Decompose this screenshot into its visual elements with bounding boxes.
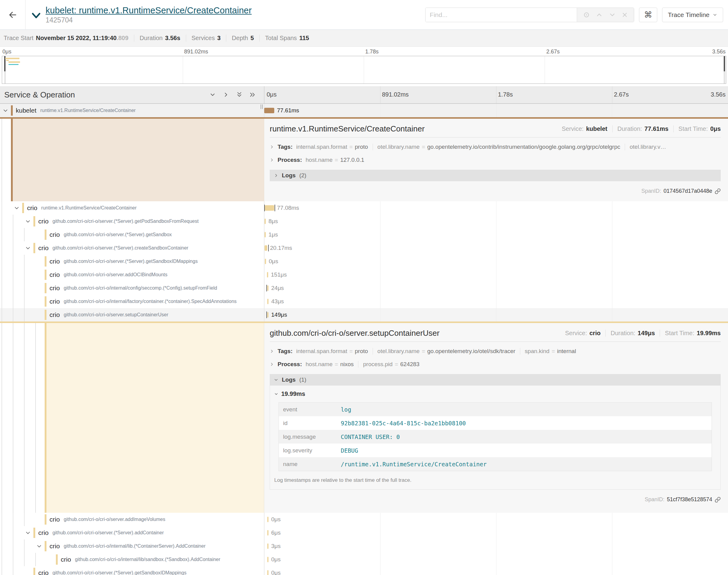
tags-section[interactable]: Tags: internal.span.format=protootel.lib… [270, 144, 721, 150]
span-row[interactable]: crio github.com/cri-o/cri-o/internal/lib… [0, 553, 728, 566]
back-button[interactable] [0, 0, 26, 30]
span-row[interactable]: crio github.com/cri-o/cri-o/internal/fac… [0, 295, 728, 308]
span-row-timeline-cell[interactable]: 77.61ms [264, 104, 728, 117]
keyboard-shortcuts-button[interactable]: ⌘ [639, 8, 657, 22]
process-section[interactable]: Process: host.name=nixosprocess.pid=6242… [270, 361, 721, 368]
span-row-timeline-cell[interactable]: 149μs [264, 308, 728, 322]
span-duration-bar[interactable] [267, 543, 268, 549]
span-row-timeline-cell[interactable]: 151μs [264, 268, 728, 281]
collapse-header-button[interactable] [31, 12, 41, 20]
span-row-name-cell[interactable]: crio github.com/cri-o/cri-o/server.(*Ser… [0, 241, 264, 255]
span-row-name-cell[interactable]: crio github.com/cri-o/cri-o/server.(*Ser… [0, 526, 264, 539]
row-expand-chevron[interactable] [14, 205, 20, 211]
column-resizer-grip[interactable] [261, 104, 264, 109]
minimap-canvas[interactable] [2, 56, 726, 84]
link-icon[interactable] [715, 497, 721, 503]
span-row-name-cell[interactable]: crio github.com/cri-o/cri-o/server.(*Ser… [0, 215, 264, 228]
trace-title-link[interactable]: kubelet: runtime.v1.RuntimeService/Creat… [45, 5, 252, 15]
span-row[interactable]: crio github.com/cri-o/cri-o/server.(*Ser… [0, 228, 728, 241]
span-duration-bar[interactable] [265, 205, 274, 211]
span-row[interactable]: crio github.com/cri-o/cri-o/server.(*Ser… [0, 255, 728, 268]
span-row-timeline-cell[interactable]: 6μs [264, 526, 728, 539]
link-icon[interactable] [715, 188, 721, 194]
span-duration-bar[interactable] [265, 259, 266, 264]
span-id-row: SpanID: 0174567d17a0448e [270, 188, 721, 194]
span-row-name-cell[interactable]: crio runtime.v1.RuntimeService/CreateCon… [0, 201, 264, 215]
span-duration-bar[interactable] [264, 108, 274, 113]
span-duration-bar[interactable] [265, 218, 266, 224]
row-expand-chevron[interactable] [25, 218, 31, 224]
span-row-name-cell[interactable]: crio github.com/cri-o/cri-o/internal/lib… [0, 553, 264, 566]
minimap-right-handle[interactable] [724, 56, 725, 71]
span-row-timeline-cell[interactable]: 0μs [264, 513, 728, 526]
span-row-timeline-cell[interactable]: 0μs [264, 566, 728, 575]
focus-match-button[interactable] [583, 11, 590, 19]
span-row[interactable]: crio github.com/cri-o/cri-o/internal/con… [0, 281, 728, 295]
span-duration-bar[interactable] [267, 312, 268, 317]
span-row[interactable]: crio github.com/cri-o/cri-o/server.(*Ser… [0, 215, 728, 228]
span-duration-bar[interactable] [267, 299, 268, 304]
process-section[interactable]: Process: host.name=127.0.0.1 [270, 157, 721, 163]
tag-value: proto [355, 144, 368, 150]
span-row-name-cell[interactable]: crio github.com/cri-o/cri-o/server.addIm… [0, 513, 264, 526]
span-duration-bar[interactable] [267, 517, 268, 522]
span-row-timeline-cell[interactable]: 1μs [264, 228, 728, 241]
find-input[interactable] [426, 8, 577, 22]
span-row-timeline-cell[interactable]: 24μs [264, 281, 728, 295]
tags-section[interactable]: Tags: internal.span.format=protootel.lib… [270, 348, 721, 354]
span-row[interactable]: crio github.com/cri-o/cri-o/internal/lib… [0, 539, 728, 553]
tree-guide [13, 241, 13, 255]
span-row-name-cell[interactable]: kubelet runtime.v1.RuntimeService/Create… [0, 104, 264, 117]
span-row-timeline-cell[interactable]: 20.17ms [264, 241, 728, 255]
span-row-name-cell[interactable]: crio github.com/cri-o/cri-o/internal/con… [0, 281, 264, 295]
span-row[interactable]: crio github.com/cri-o/cri-o/server.addOC… [0, 268, 728, 281]
span-duration-bar[interactable] [267, 530, 268, 536]
span-row[interactable]: crio runtime.v1.RuntimeService/CreateCon… [0, 201, 728, 215]
span-row-name-cell[interactable]: crio github.com/cri-o/cri-o/internal/fac… [0, 295, 264, 308]
expand-one-level-button[interactable] [209, 91, 216, 98]
collapse-all-button[interactable] [250, 91, 256, 98]
span-row-name-cell[interactable]: crio github.com/cri-o/cri-o/server.(*Ser… [0, 566, 264, 575]
span-duration-bar[interactable] [267, 557, 268, 562]
span-row[interactable]: crio github.com/cri-o/cri-o/server.(*Ser… [0, 241, 728, 255]
span-duration-bar[interactable] [267, 570, 268, 575]
span-row[interactable]: kubelet runtime.v1.RuntimeService/Create… [0, 104, 728, 117]
timeline-tick: 3.56s [711, 91, 726, 98]
span-row-name-cell[interactable]: crio github.com/cri-o/cri-o/server.(*Ser… [0, 228, 264, 241]
span-row-timeline-cell[interactable]: 43μs [264, 295, 728, 308]
span-duration-bar[interactable] [267, 272, 268, 277]
log-entry: 19.99ms event log id 92b82381-025c-4a64-… [270, 385, 720, 471]
span-row-timeline-cell[interactable]: 3μs [264, 539, 728, 553]
clear-find-button[interactable] [621, 11, 628, 18]
span-row-timeline-cell[interactable]: 0μs [264, 255, 728, 268]
row-expand-chevron[interactable] [2, 107, 8, 113]
row-expand-chevron[interactable] [36, 543, 42, 549]
span-row-timeline-cell[interactable]: 77.08ms [264, 201, 728, 215]
logs-accordion-expanded[interactable]: Logs (1) [270, 374, 721, 385]
expand-all-button[interactable] [236, 91, 243, 98]
trace-view-selector[interactable]: Trace Timeline [662, 8, 723, 22]
log-entry-header[interactable]: 19.99ms [274, 391, 716, 397]
collapse-one-level-button[interactable] [223, 91, 229, 98]
span-row[interactable]: crio github.com/cri-o/cri-o/server.addIm… [0, 513, 728, 526]
span-row-name-cell[interactable]: crio github.com/cri-o/cri-o/server.setup… [0, 308, 264, 322]
span-row-name-cell[interactable]: crio github.com/cri-o/cri-o/server.(*Ser… [0, 255, 264, 268]
span-row-timeline-cell[interactable]: 8μs [264, 215, 728, 228]
row-expand-chevron[interactable] [25, 530, 31, 536]
span-row[interactable]: crio github.com/cri-o/cri-o/server.(*Ser… [0, 526, 728, 539]
span-row-name-cell[interactable]: crio github.com/cri-o/cri-o/server.addOC… [0, 268, 264, 281]
row-expand-chevron[interactable] [25, 245, 31, 251]
span-row-timeline-cell[interactable]: 0μs [264, 553, 728, 566]
logs-accordion-collapsed[interactable]: Logs (2) [270, 170, 721, 181]
span-duration-bar[interactable] [265, 232, 266, 237]
span-row[interactable]: crio github.com/cri-o/cri-o/server.(*Ser… [0, 566, 728, 575]
span-duration-bar[interactable] [267, 285, 268, 291]
prev-match-button[interactable] [596, 11, 603, 19]
span-row-name-cell[interactable]: crio github.com/cri-o/cri-o/internal/lib… [0, 539, 264, 553]
span-duration-bar[interactable] [265, 245, 267, 251]
next-match-button[interactable] [609, 11, 616, 19]
tag-value: go.opentelemetry.io/contrib/instrumentat… [427, 144, 620, 150]
service-name: crio [49, 258, 60, 265]
span-row[interactable]: crio github.com/cri-o/cri-o/server.setup… [0, 308, 728, 322]
operation-name: github.com/cri-o/cri-o/server.(*Server).… [64, 259, 198, 264]
